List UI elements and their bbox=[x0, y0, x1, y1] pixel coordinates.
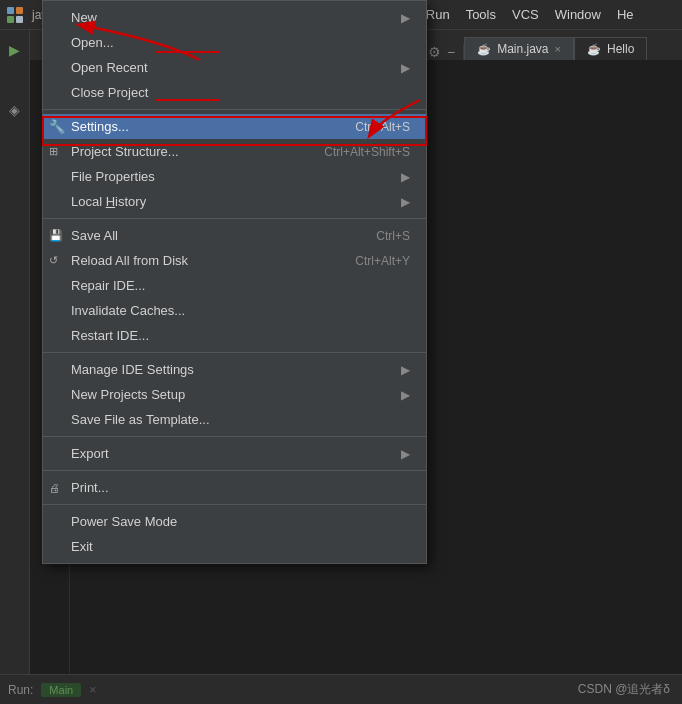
app-logo bbox=[4, 4, 26, 26]
menu-item-open[interactable]: Open... bbox=[43, 30, 426, 55]
menu-item-restart-ide-label: Restart IDE... bbox=[71, 328, 149, 343]
reload-icon: ↺ bbox=[49, 254, 58, 267]
menu-item-settings-label: Settings... bbox=[71, 119, 129, 134]
menu-help[interactable]: He bbox=[609, 4, 642, 25]
tab-hello-label: Hello bbox=[607, 42, 634, 56]
menu-item-open-recent-label: Open Recent bbox=[71, 60, 148, 75]
svg-rect-3 bbox=[16, 16, 23, 23]
export-arrow: ▶ bbox=[401, 447, 410, 461]
status-bar: Run: Main × CSDN @追光者δ bbox=[0, 674, 682, 704]
menu-item-local-history[interactable]: Local History ▶ bbox=[43, 189, 426, 214]
menu-vcs[interactable]: VCS bbox=[504, 4, 547, 25]
menu-item-power-save-mode-label: Power Save Mode bbox=[71, 514, 177, 529]
watermark-text: CSDN @追光者δ bbox=[578, 681, 670, 698]
menu-tools[interactable]: Tools bbox=[458, 4, 504, 25]
left-sidebar: ▶ ◈ bbox=[0, 30, 30, 674]
separator-1 bbox=[43, 109, 426, 110]
new-projects-arrow: ▶ bbox=[401, 388, 410, 402]
separator-6 bbox=[43, 504, 426, 505]
separator-4 bbox=[43, 436, 426, 437]
menu-item-new[interactable]: New ▶ bbox=[43, 5, 426, 30]
menu-item-save-all-label: Save All bbox=[71, 228, 118, 243]
tab-hello[interactable]: ☕ Hello bbox=[574, 37, 647, 60]
main-run-tag[interactable]: Main bbox=[41, 683, 81, 697]
menu-item-file-properties[interactable]: File Properties ▶ bbox=[43, 164, 426, 189]
menu-item-close-project[interactable]: Close Project bbox=[43, 80, 426, 105]
menu-item-save-file-as-template[interactable]: Save File as Template... bbox=[43, 407, 426, 432]
menu-item-new-projects-setup[interactable]: New Projects Setup ▶ bbox=[43, 382, 426, 407]
minimize-icon[interactable]: − bbox=[447, 44, 455, 60]
open-recent-arrow: ▶ bbox=[401, 61, 410, 75]
run-icon[interactable]: ▶ bbox=[9, 42, 20, 58]
menu-item-exit[interactable]: Exit bbox=[43, 534, 426, 559]
save-icon: 💾 bbox=[49, 229, 63, 242]
save-all-shortcut: Ctrl+S bbox=[376, 229, 410, 243]
tab-main-java[interactable]: ☕ Main.java × bbox=[464, 37, 574, 60]
breakpoint-icon[interactable]: ◈ bbox=[9, 102, 20, 118]
tab-main-java-close[interactable]: × bbox=[555, 43, 561, 55]
menu-item-manage-ide-settings-label: Manage IDE Settings bbox=[71, 362, 194, 377]
menu-item-project-structure-label: Project Structure... bbox=[71, 144, 179, 159]
menu-item-print[interactable]: 🖨 Print... bbox=[43, 475, 426, 500]
file-properties-arrow: ▶ bbox=[401, 170, 410, 184]
menu-item-save-file-as-template-label: Save File as Template... bbox=[71, 412, 210, 427]
file-dropdown-menu: New ▶ Open... Open Recent ▶ Close Projec… bbox=[42, 0, 427, 564]
java-file-icon-2: ☕ bbox=[587, 43, 601, 56]
print-icon: 🖨 bbox=[49, 482, 60, 494]
menu-item-file-properties-label: File Properties bbox=[71, 169, 155, 184]
menu-item-export-label: Export bbox=[71, 446, 109, 461]
menu-item-close-project-label: Close Project bbox=[71, 85, 148, 100]
separator-2 bbox=[43, 218, 426, 219]
menu-item-export[interactable]: Export ▶ bbox=[43, 441, 426, 466]
separator-5 bbox=[43, 470, 426, 471]
menu-item-new-projects-setup-label: New Projects Setup bbox=[71, 387, 185, 402]
new-arrow: ▶ bbox=[401, 11, 410, 25]
project-structure-shortcut: Ctrl+Alt+Shift+S bbox=[324, 145, 410, 159]
menu-item-print-label: Print... bbox=[71, 480, 109, 495]
tab-main-java-label: Main.java bbox=[497, 42, 548, 56]
settings-shortcut: Ctrl+Alt+S bbox=[355, 120, 410, 134]
menu-item-power-save-mode[interactable]: Power Save Mode bbox=[43, 509, 426, 534]
menu-item-project-structure[interactable]: ⊞ Project Structure... Ctrl+Alt+Shift+S bbox=[43, 139, 426, 164]
menu-item-open-recent[interactable]: Open Recent ▶ bbox=[43, 55, 426, 80]
menu-item-save-all[interactable]: 💾 Save All Ctrl+S bbox=[43, 223, 426, 248]
svg-rect-2 bbox=[7, 16, 14, 23]
menu-item-repair-ide[interactable]: Repair IDE... bbox=[43, 273, 426, 298]
menu-item-repair-ide-label: Repair IDE... bbox=[71, 278, 145, 293]
menu-item-reload-all[interactable]: ↺ Reload All from Disk Ctrl+Alt+Y bbox=[43, 248, 426, 273]
menu-item-reload-all-label: Reload All from Disk bbox=[71, 253, 188, 268]
svg-rect-1 bbox=[16, 7, 23, 14]
sidebar-icons: ▶ ◈ bbox=[0, 30, 29, 126]
menu-item-manage-ide-settings[interactable]: Manage IDE Settings ▶ bbox=[43, 357, 426, 382]
wrench-icon: 🔧 bbox=[49, 119, 65, 134]
menu-item-settings[interactable]: 🔧 Settings... Ctrl+Alt+S bbox=[43, 114, 426, 139]
manage-ide-arrow: ▶ bbox=[401, 363, 410, 377]
menu-item-restart-ide[interactable]: Restart IDE... bbox=[43, 323, 426, 348]
menu-item-new-label: New bbox=[71, 10, 97, 25]
menu-item-open-label: Open... bbox=[71, 35, 114, 50]
menu-item-invalidate-caches-label: Invalidate Caches... bbox=[71, 303, 185, 318]
grid-icon: ⊞ bbox=[49, 145, 58, 158]
run-close-button[interactable]: × bbox=[89, 683, 96, 697]
menu-item-invalidate-caches[interactable]: Invalidate Caches... bbox=[43, 298, 426, 323]
local-history-arrow: ▶ bbox=[401, 195, 410, 209]
reload-all-shortcut: Ctrl+Alt+Y bbox=[355, 254, 410, 268]
run-label-text: Run: bbox=[8, 683, 33, 697]
java-file-icon: ☕ bbox=[477, 43, 491, 56]
separator-3 bbox=[43, 352, 426, 353]
menu-item-local-history-label: Local History bbox=[71, 194, 146, 209]
settings-icon[interactable]: ⚙ bbox=[428, 44, 441, 60]
svg-rect-0 bbox=[7, 7, 14, 14]
menu-window[interactable]: Window bbox=[547, 4, 609, 25]
menu-item-exit-label: Exit bbox=[71, 539, 93, 554]
